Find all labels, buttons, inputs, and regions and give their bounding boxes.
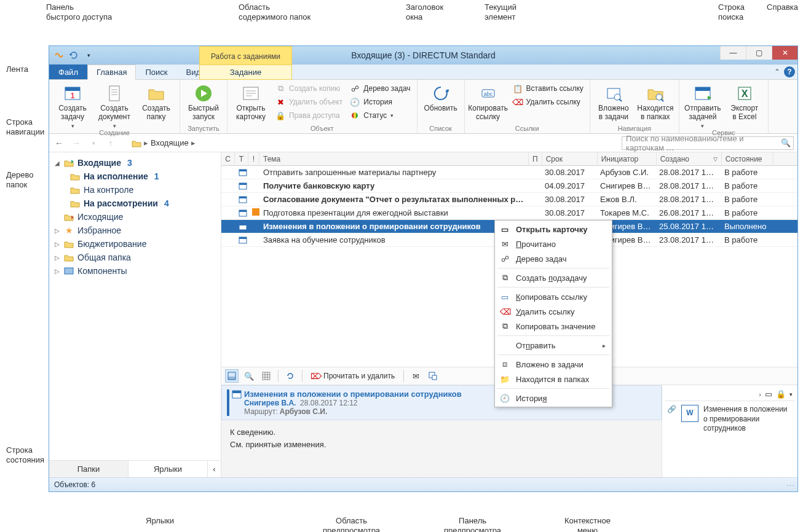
tree-favorites[interactable]: ▷ ★ Избранное (52, 224, 218, 237)
tab-search[interactable]: Поиск (136, 65, 176, 79)
group-label-object: Объект (231, 125, 413, 133)
tree-inbox[interactable]: ◢ Входящие 3 (52, 156, 218, 170)
pt-refresh-icon[interactable] (283, 369, 297, 383)
pr-expand-icon[interactable]: › (759, 391, 761, 398)
nav-history-icon[interactable]: ▾ (87, 137, 100, 149)
breadcrumb-item[interactable]: Входящие (151, 138, 189, 147)
in-tasks-button[interactable]: Вложено в задачи (594, 81, 633, 122)
pt-subtask-icon[interactable] (426, 369, 440, 383)
pt-read-delete[interactable]: ⌦Прочитать и удалить (307, 369, 398, 383)
tree-shared[interactable]: ▷ Общая папка (52, 251, 218, 264)
export-excel-button[interactable]: X Экспорт в Excel (725, 81, 764, 129)
create-folder-button[interactable]: Создать папку (136, 81, 176, 129)
search-icon[interactable]: 🔍 (781, 138, 791, 147)
folder-icon (146, 84, 166, 103)
callout-labels: Ярлыки (146, 516, 174, 526)
copy-icon: ⧉ (500, 321, 510, 331)
help-icon[interactable]: ? (784, 66, 795, 77)
ctx-send[interactable]: Отправить▸ (495, 338, 612, 353)
tree-budget[interactable]: ▷ Бюджетирование (52, 237, 218, 251)
ctx-history[interactable]: 🕘История (495, 391, 612, 405)
tab-file[interactable]: Файл (49, 65, 87, 79)
star-icon: ★ (64, 225, 74, 235)
table-row[interactable]: Отправить запрошенные материалы партнеру… (221, 166, 797, 179)
ctx-read[interactable]: ✉Прочитано (495, 237, 612, 251)
ctx-task-tree[interactable]: ☍Дерево задач (495, 251, 612, 266)
bottom-tab-collapse-icon[interactable]: ‹ (207, 461, 221, 477)
bottom-tab-folders[interactable]: Папки (49, 461, 129, 477)
create-task-button[interactable]: 1 Создать задачу (53, 81, 92, 129)
table-row[interactable]: Получите банковскую карту04.09.2017Сниги… (221, 179, 797, 193)
tree-inbox-child[interactable]: На контроле (68, 183, 218, 197)
pr-lock-icon[interactable]: 🔒 (776, 389, 786, 399)
ctx-copy-value[interactable]: ⧉Копировать значение (495, 319, 612, 334)
quick-run-button[interactable]: Быстрый запуск (184, 81, 223, 122)
tree-outbox[interactable]: Исходящие (52, 210, 218, 224)
col-created[interactable]: Создано▽ (657, 152, 722, 165)
col-i[interactable]: ! (248, 152, 259, 165)
maximize-button[interactable]: ▢ (746, 46, 772, 60)
qat-dropdown-icon[interactable]: ▾ (82, 49, 95, 61)
refresh-icon[interactable] (68, 49, 80, 61)
lock-icon: 🔒 (275, 111, 285, 120)
ctx-delete-link[interactable]: ⌫Удалить ссылку (495, 304, 612, 319)
pt-preview-icon[interactable] (225, 369, 239, 383)
minimize-button[interactable]: — (720, 46, 746, 60)
ctx-in-folders[interactable]: 📁Находится в папках (495, 372, 612, 386)
app-logo-icon[interactable] (53, 49, 65, 61)
paste-link-button[interactable]: 📋Вставить ссылку (510, 82, 586, 95)
nav-up-icon[interactable]: ↑ (105, 137, 117, 149)
tree-inbox-child[interactable]: На рассмотрении4 (68, 197, 218, 210)
pt-envelope-icon[interactable]: ✉ (409, 369, 422, 383)
col-initiator[interactable]: Инициатор (598, 152, 657, 165)
col-date[interactable]: Срок (542, 152, 598, 165)
delete-link-button[interactable]: ⌫Удалить ссылку (510, 96, 586, 108)
col-t[interactable]: Т (235, 152, 248, 165)
attachment-item[interactable]: 🔗 W Изменения в положении о премировании… (665, 401, 795, 437)
task-tree-button[interactable]: ☍Дерево задач (347, 82, 413, 95)
callout-context-menu: Контекстное меню (564, 516, 611, 532)
in-folders-button[interactable]: Находится в папках (636, 81, 675, 122)
send-task-button[interactable]: Отправить задачей (683, 81, 722, 129)
create-copy-button[interactable]: ⧉Создать копию (273, 82, 345, 95)
col-c[interactable]: С (221, 152, 235, 165)
open-card-button[interactable]: Открыть карточку (231, 81, 271, 122)
ctx-in-tasks[interactable]: ⧈Вложено в задачи (495, 357, 612, 372)
table-row[interactable]: Подготовка презентации для ежегодной выс… (221, 206, 797, 220)
search-input[interactable]: Поиск по наименованию/теме и карточкам …… (622, 136, 794, 150)
ctx-open-card[interactable]: ▭Открыть карточку (495, 222, 612, 237)
tree-inbox-child[interactable]: На исполнение1 (68, 170, 218, 183)
tab-task[interactable]: Задание (200, 65, 291, 79)
breadcrumb[interactable]: ▸ Входящие ▸ (132, 138, 196, 147)
pt-search-icon[interactable]: 🔍 (242, 369, 256, 383)
nav-back-icon[interactable]: ← (53, 137, 65, 149)
close-button[interactable]: ✕ (772, 46, 797, 60)
nav-forward-icon[interactable]: → (70, 137, 82, 149)
pt-grid-icon[interactable] (259, 369, 273, 383)
bottom-tab-labels[interactable]: Ярлыки (129, 461, 207, 477)
task-icon: 1 (63, 84, 82, 103)
pr-doc-icon[interactable]: ▭ (765, 389, 772, 399)
history-button[interactable]: 🕘История (347, 96, 413, 108)
outbox-icon (64, 212, 74, 222)
collapse-ribbon-icon[interactable]: ⌃ (774, 68, 780, 76)
status-button[interactable]: Статус (347, 109, 413, 122)
ctx-copy-link[interactable]: ▭Копировать ссылку (495, 289, 612, 304)
col-state[interactable]: Состояние (722, 152, 773, 165)
col-subject[interactable]: Тема (259, 152, 529, 165)
col-p[interactable]: П (529, 152, 542, 165)
copy-link-button[interactable]: abc Копировать ссылку (469, 81, 508, 122)
table-row[interactable]: Согласование документа "Отчет о результа… (221, 193, 797, 206)
create-document-button[interactable]: Создать документ (95, 81, 134, 129)
delete-object-button[interactable]: ✖Удалить объект (273, 96, 345, 108)
svg-rect-3 (109, 86, 119, 101)
access-rights-button[interactable]: 🔒Права доступа (273, 109, 345, 122)
pr-more-icon[interactable]: ▾ (789, 391, 793, 397)
tab-home[interactable]: Главная (87, 65, 136, 80)
ctx-create-subtask[interactable]: ⧉Создать подзадачу (495, 270, 612, 285)
tree-components[interactable]: ▷ Компоненты (52, 264, 218, 278)
refresh-button[interactable]: Обновить (421, 81, 461, 113)
folder-small-icon (132, 139, 141, 147)
link-icon: ▭ (500, 292, 510, 302)
resize-grip-icon[interactable]: ⋰ (786, 480, 794, 488)
